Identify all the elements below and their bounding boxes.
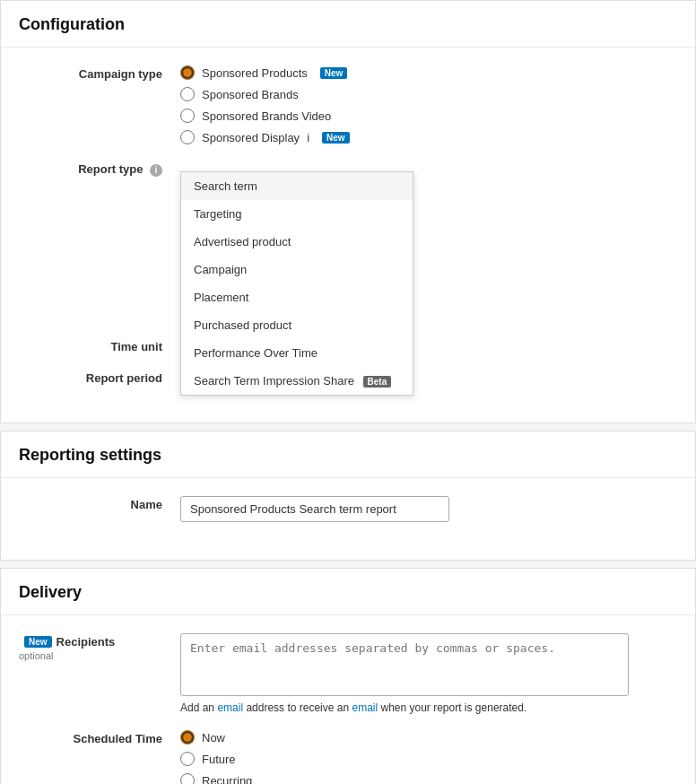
dropdown-item-campaign[interactable]: Campaign (181, 256, 413, 283)
sponsored-display-badge: New (322, 132, 350, 144)
sponsored-display-info-icon[interactable]: i (307, 131, 309, 144)
scheduled-time-control: Now Future Recurring (180, 730, 677, 784)
campaign-type-row: Campaign type Sponsored Products New Spo… (19, 65, 677, 144)
time-unit-label: Time unit (19, 338, 180, 353)
recipients-row: New Recipients optional Add an email add… (19, 633, 677, 714)
radio-sponsored-display-label: Sponsored Display (202, 131, 300, 144)
scheduled-time-row: Scheduled Time Now Future Re (19, 730, 677, 784)
report-type-row: Report type i Search term Targeting Adve… (19, 161, 677, 177)
configuration-body: Campaign type Sponsored Products New Spo… (1, 48, 695, 422)
configuration-header: Configuration (1, 1, 695, 48)
radio-sponsored-display[interactable]: Sponsored Display i New (180, 130, 677, 144)
recipients-hint-link2[interactable]: email (352, 701, 378, 714)
radio-sponsored-brands[interactable]: Sponsored Brands (180, 87, 677, 101)
delivery-body: New Recipients optional Add an email add… (1, 615, 695, 784)
name-control (180, 496, 677, 522)
configuration-section: Configuration Campaign type Sponsored Pr… (0, 0, 696, 423)
recipients-optional: optional (19, 650, 54, 661)
dropdown-item-performance-over-time[interactable]: Performance Over Time (181, 339, 413, 367)
report-type-dropdown-menu: Search term Targeting Advertised product… (180, 171, 413, 396)
scheduled-time-label: Scheduled Time (19, 730, 180, 745)
report-type-control: Search term Targeting Advertised product… (180, 161, 677, 174)
radio-recurring-input[interactable] (180, 773, 195, 784)
radio-future-input[interactable] (180, 752, 195, 766)
delivery-title: Delivery (19, 583, 82, 601)
radio-now[interactable]: Now (180, 730, 677, 745)
recipients-label: Recipients (57, 635, 116, 649)
radio-sponsored-products-label: Sponsored Products (202, 66, 308, 80)
recipients-label-container: New Recipients optional (19, 633, 180, 661)
radio-now-label: Now (202, 731, 225, 745)
recipients-email-input[interactable] (180, 633, 629, 696)
reporting-settings-body: Name (1, 478, 695, 560)
name-row: Name (19, 496, 677, 522)
radio-sponsored-display-input[interactable] (180, 130, 195, 144)
configuration-title: Configuration (19, 15, 125, 33)
radio-recurring-label: Recurring (202, 774, 252, 785)
reporting-settings-section: Reporting settings Name (0, 431, 696, 561)
dropdown-item-search-term-impression-share[interactable]: Search Term Impression Share Beta (181, 367, 413, 395)
scheduled-time-radio-group: Now Future Recurring (180, 730, 677, 784)
delivery-section: Delivery New Recipients optional (0, 568, 696, 784)
recipients-hint: Add an email address to receive an email… (180, 701, 677, 714)
report-period-label: Report period (19, 370, 180, 385)
recipients-hint-link[interactable]: email (217, 701, 243, 714)
reporting-settings-title: Reporting settings (19, 446, 161, 464)
dropdown-item-purchased-product[interactable]: Purchased product (181, 311, 413, 339)
sponsored-products-badge: New (320, 67, 348, 79)
radio-now-input[interactable] (180, 730, 195, 745)
recipients-new-badge: New (24, 636, 52, 648)
campaign-type-label: Campaign type (19, 65, 180, 81)
reporting-settings-header: Reporting settings (1, 431, 695, 478)
radio-sponsored-brands-label: Sponsored Brands (202, 88, 299, 101)
dropdown-item-targeting[interactable]: Targeting (181, 200, 413, 228)
report-type-info-icon[interactable]: i (150, 164, 162, 177)
impression-share-beta-badge: Beta (363, 376, 392, 388)
radio-sponsored-brands-video-input[interactable] (180, 109, 195, 123)
report-type-label: Report type i (19, 161, 180, 177)
campaign-type-radio-group: Sponsored Products New Sponsored Brands … (180, 65, 677, 144)
radio-recurring[interactable]: Recurring (180, 773, 677, 784)
radio-sponsored-products-input[interactable] (180, 65, 195, 80)
dropdown-item-placement[interactable]: Placement (181, 283, 413, 311)
delivery-header: Delivery (1, 569, 695, 615)
name-label: Name (19, 496, 180, 511)
radio-sponsored-products[interactable]: Sponsored Products New (180, 65, 677, 80)
radio-future[interactable]: Future (180, 752, 677, 766)
radio-future-label: Future (202, 753, 236, 766)
recipients-control: Add an email address to receive an email… (180, 633, 677, 714)
name-input[interactable] (180, 496, 449, 522)
radio-sponsored-brands-video-label: Sponsored Brands Video (202, 109, 331, 123)
campaign-type-control: Sponsored Products New Sponsored Brands … (180, 65, 677, 144)
dropdown-item-search-term[interactable]: Search term (181, 172, 413, 200)
dropdown-item-advertised-product[interactable]: Advertised product (181, 228, 413, 256)
radio-sponsored-brands-input[interactable] (180, 87, 195, 101)
radio-sponsored-brands-video[interactable]: Sponsored Brands Video (180, 109, 677, 123)
page-container: Configuration Campaign type Sponsored Pr… (0, 0, 696, 784)
